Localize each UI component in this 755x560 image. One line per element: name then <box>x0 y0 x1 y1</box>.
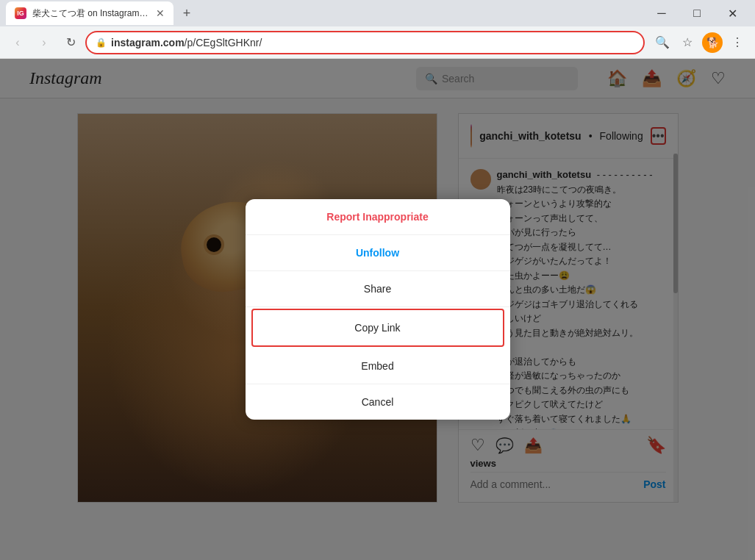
reload-button[interactable]: ↻ <box>59 31 82 54</box>
share-button[interactable]: Share <box>246 271 510 307</box>
options-modal: Report Inappropriate Unfollow Share Copy… <box>246 199 510 420</box>
cancel-label: Cancel <box>362 396 394 408</box>
browser-toolbar: ‹ › ↻ 🔒 instagram.com/p/CEgSltGHKnr/ 🔍 ☆… <box>0 26 755 59</box>
browser-titlebar: IG 柴犬こてつ君 on Instagram: "- - - × ✕ + ─ □… <box>0 0 755 26</box>
search-icon[interactable]: 🔍 <box>651 31 674 54</box>
minimize-button[interactable]: ─ <box>645 0 679 26</box>
modal-overlay[interactable]: Report Inappropriate Unfollow Share Copy… <box>0 59 755 560</box>
cancel-button[interactable]: Cancel <box>246 384 510 420</box>
maximize-button[interactable]: □ <box>680 0 714 26</box>
toolbar-icons: 🔍 ☆ 🐕 ⋮ <box>651 31 749 54</box>
unfollow-label: Unfollow <box>356 247 399 259</box>
embed-label: Embed <box>361 360 393 372</box>
report-inappropriate-button[interactable]: Report Inappropriate <box>246 199 510 235</box>
copy-link-label: Copy Link <box>354 322 400 334</box>
tab-favicon-icon: IG <box>15 7 26 19</box>
close-window-button[interactable]: ✕ <box>715 0 749 26</box>
share-label: Share <box>364 283 391 295</box>
unfollow-button[interactable]: Unfollow <box>246 235 510 271</box>
tab-close-button[interactable]: ✕ <box>156 7 165 19</box>
profile-avatar-icon[interactable]: 🐕 <box>701 31 724 54</box>
forward-button[interactable]: › <box>32 31 56 54</box>
browser-tab[interactable]: IG 柴犬こてつ君 on Instagram: "- - - × ✕ <box>6 1 173 25</box>
url-path: /p/CEgSltGHKnr/ <box>185 37 262 49</box>
window-controls: ─ □ ✕ <box>645 0 749 26</box>
back-button[interactable]: ‹ <box>6 31 29 54</box>
address-bar[interactable]: 🔒 instagram.com/p/CEgSltGHKnr/ <box>85 31 645 54</box>
bookmark-star-icon[interactable]: ☆ <box>676 31 699 54</box>
instagram-page: Instagram 🔍 Search 🏠 📤 🧭 ♡ ganchi_wi <box>0 59 755 560</box>
browser-menu-icon[interactable]: ⋮ <box>726 31 749 54</box>
copy-link-button[interactable]: Copy Link <box>251 309 504 347</box>
report-label: Report Inappropriate <box>326 211 428 223</box>
embed-button[interactable]: Embed <box>246 348 510 384</box>
url-domain: instagram.com <box>111 37 185 49</box>
tab-title: 柴犬こてつ君 on Instagram: "- - - × <box>32 7 150 20</box>
new-tab-button[interactable]: + <box>176 3 197 24</box>
url-display: instagram.com/p/CEgSltGHKnr/ <box>111 37 634 49</box>
security-lock-icon: 🔒 <box>96 37 107 48</box>
user-avatar: 🐕 <box>702 32 723 53</box>
